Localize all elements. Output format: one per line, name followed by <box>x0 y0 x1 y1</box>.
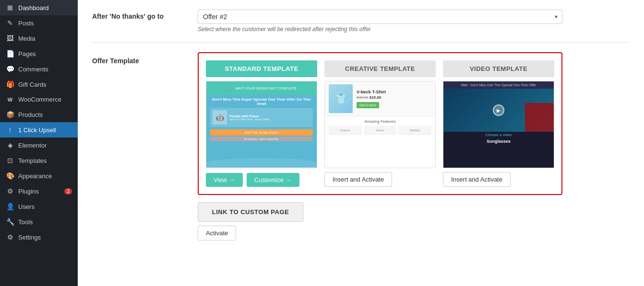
sidebar-item-elementor[interactable]: ◈ Elementor <box>0 137 78 153</box>
templates-icon: ⊡ <box>6 157 14 164</box>
templates-container: STANDARD TEMPLATE 🛒 WAIT! YOUR ORDER ISN… <box>198 52 562 240</box>
creative-template-header: CREATIVE TEMPLATE <box>324 60 436 77</box>
video-choose-label: Choose a video <box>443 133 554 137</box>
template-cards-wrapper: STANDARD TEMPLATE 🛒 WAIT! YOUR ORDER ISN… <box>198 52 562 195</box>
no-thanks-select-wrapper: Offer #2 Offer #1 Thank You Page ▾ <box>198 10 562 24</box>
gift-cards-icon: 🎁 <box>6 80 14 88</box>
video-thumbnail: ▶ <box>443 89 554 132</box>
sidebar-item-pages[interactable]: 📄 Pages <box>0 46 78 61</box>
elementor-icon: ◈ <box>6 141 14 149</box>
pages-icon: 📄 <box>6 50 14 57</box>
offer-template-row: Offer Template STANDARD TEMPLATE 🛒 WAIT!… <box>92 52 630 240</box>
sidebar-item-woocommerce[interactable]: W WooCommerce <box>0 92 78 107</box>
sidebar-item-label: 1 Click Upsell <box>18 126 56 134</box>
settings-icon: ⚙ <box>6 233 14 241</box>
upsell-icon: ↑ <box>6 126 14 134</box>
sidebar-item-posts[interactable]: ✎ Posts <box>0 15 78 31</box>
video-template-actions: Insert and Activate <box>443 172 554 187</box>
video-top-text: Wait - Don't Miss Out! This Special One … <box>443 81 554 89</box>
video-template-card: VIDEO TEMPLATE Wait - Don't Miss Out! Th… <box>443 60 554 187</box>
creative-feature-1: Feature <box>329 126 362 135</box>
creative-product-img: 👕 <box>329 84 353 113</box>
sidebar-item-label: Products <box>18 111 43 118</box>
std-product-img: 🤖 <box>213 110 227 125</box>
std-product-name: Foodie with Flavor <box>229 114 310 118</box>
sidebar-item-label: Dashboard <box>18 4 49 11</box>
sidebar-item-dashboard[interactable]: ⊞ Dashboard <box>0 0 78 15</box>
wave-decoration <box>206 158 317 168</box>
new-price: $15.00 <box>370 95 381 100</box>
standard-template-actions: View → Customize → <box>206 173 317 187</box>
sidebar-item-label: Tools <box>18 218 33 226</box>
woo-icon: W <box>6 97 14 103</box>
creative-feature-2: Add to <box>364 126 397 135</box>
sidebar-item-media[interactable]: 🖼 Media <box>0 31 78 46</box>
customize-button[interactable]: Customize → <box>247 173 299 187</box>
sidebar-item-1-click-upsell[interactable]: ↑ 1 Click Upsell <box>0 122 78 137</box>
sidebar-item-plugins[interactable]: ⚙ Plugins 2 <box>0 183 78 199</box>
no-thanks-hint: Select where the customer will be redire… <box>198 26 630 33</box>
sidebar-item-label: Templates <box>18 157 47 164</box>
sidebar-item-gift-cards[interactable]: 🎁 Gift Cards <box>0 77 78 92</box>
custom-page-section: LINK TO CUSTOM PAGE Activate <box>198 202 562 240</box>
video-template-preview: Wait - Don't Miss Out! This Special One … <box>443 81 554 168</box>
sidebar-item-label: Gift Cards <box>18 81 47 88</box>
std-title: Don't Miss This Super Special One Time O… <box>210 97 313 106</box>
standard-template-header: STANDARD TEMPLATE <box>206 60 317 77</box>
no-thanks-label: After 'No thanks' go to <box>92 10 188 20</box>
tools-icon: 🔧 <box>6 218 14 226</box>
video-insert-button[interactable]: Insert and Activate <box>443 172 511 187</box>
creative-add-btn: Get It Now! <box>357 102 379 108</box>
users-icon: 👤 <box>6 203 14 210</box>
appearance-icon: 🎨 <box>6 172 14 180</box>
plugins-icon: ⚙ <box>6 187 14 195</box>
view-button[interactable]: View → <box>206 173 243 187</box>
no-thanks-select[interactable]: Offer #2 Offer #1 Thank You Page <box>198 10 562 24</box>
main-content: After 'No thanks' go to Offer #2 Offer #… <box>78 0 644 286</box>
sidebar-item-appearance[interactable]: 🎨 Appearance <box>0 168 78 183</box>
sidebar-item-label: Settings <box>18 234 41 241</box>
sidebar-item-label: Media <box>18 35 35 42</box>
sidebar-item-label: Users <box>18 203 35 210</box>
activate-button[interactable]: Activate <box>198 226 236 240</box>
sidebar-item-comments[interactable]: 💬 Comments <box>0 61 78 77</box>
sidebar-item-label: Comments <box>18 66 48 73</box>
media-icon: 🖼 <box>6 34 14 42</box>
creative-product-title: V-Neck T-Shirt <box>357 90 431 94</box>
products-icon: 📦 <box>6 111 14 118</box>
creative-product-price: $30.00 $15.00 <box>357 95 431 100</box>
sidebar-item-settings[interactable]: ⚙ Settings <box>0 229 78 245</box>
old-price: $30.00 <box>357 95 368 100</box>
std-product-desc: Special Offer Plan - Basic Book <box>229 118 310 121</box>
creative-template-actions: Insert and Activate <box>324 172 436 187</box>
std-top-text: WAIT! YOUR ORDER ISN'T COMPLETE <box>235 87 297 90</box>
offer-template-label: Offer Template <box>92 52 188 65</box>
sidebar-item-label: Posts <box>18 20 34 27</box>
dashboard-icon: ⊞ <box>6 4 14 11</box>
creative-features-title: Amazing Features <box>329 119 431 124</box>
standard-template-preview: 🛒 WAIT! YOUR ORDER ISN'T COMPLETE Don't … <box>206 81 317 169</box>
video-play-button: ▶ <box>493 104 504 116</box>
sidebar: ⊞ Dashboard ✎ Posts 🖼 Media 📄 Pages 💬 Co… <box>0 0 78 286</box>
creative-template-preview: 👕 V-Neck T-Shirt $30.00 $15.00 Get It No… <box>324 81 436 168</box>
sidebar-item-tools[interactable]: 🔧 Tools <box>0 214 78 229</box>
custom-page-button[interactable]: LINK TO CUSTOM PAGE <box>198 202 303 222</box>
standard-template-card: STANDARD TEMPLATE 🛒 WAIT! YOUR ORDER ISN… <box>206 60 317 187</box>
no-thanks-control: Offer #2 Offer #1 Thank You Page ▾ Selec… <box>198 10 630 33</box>
plugins-badge: 2 <box>64 188 72 194</box>
sidebar-item-label: WooCommerce <box>18 96 61 103</box>
comments-icon: 💬 <box>6 65 14 73</box>
posts-icon: ✎ <box>6 19 14 27</box>
creative-template-card: CREATIVE TEMPLATE 👕 V-Neck T-Shirt $30.0… <box>324 60 436 187</box>
sidebar-item-products[interactable]: 📦 Products <box>0 107 78 122</box>
sidebar-item-users[interactable]: 👤 Users <box>0 199 78 214</box>
sidebar-item-label: Appearance <box>18 172 52 180</box>
cart-icon: 🛒 <box>227 86 232 91</box>
sidebar-item-label: Plugins <box>18 188 39 195</box>
creative-features-row: Feature Add to Wishlist <box>329 126 431 135</box>
video-product-name: Sunglasses <box>443 137 554 146</box>
creative-insert-button[interactable]: Insert and Activate <box>324 172 392 187</box>
sidebar-item-templates[interactable]: ⊡ Templates <box>0 153 78 168</box>
video-overlay <box>525 103 554 132</box>
sidebar-item-label: Pages <box>18 50 36 57</box>
